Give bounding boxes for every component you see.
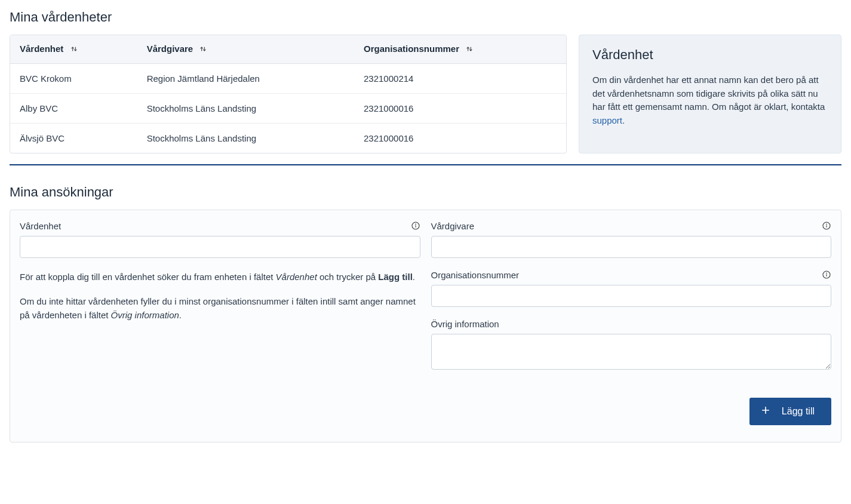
cell-orgnr: 2321000214 — [354, 63, 566, 93]
cell-provider: Stockholms Läns Landsting — [137, 93, 354, 123]
cell-unit: Älvsjö BVC — [10, 123, 137, 153]
cell-unit: BVC Krokom — [10, 63, 137, 93]
column-header-unit-label: Vårdenhet — [20, 44, 63, 54]
table-row: Älvsjö BVCStockholms Läns Landsting23210… — [10, 123, 566, 153]
column-header-orgnr[interactable]: Organisationsnummer — [354, 35, 566, 63]
info-icon[interactable] — [411, 221, 420, 231]
label-other: Övrig information — [431, 319, 499, 329]
info-icon[interactable] — [822, 221, 831, 231]
input-provider[interactable] — [431, 236, 832, 258]
cell-unit: Alby BVC — [10, 93, 137, 123]
label-unit: Vårdenhet — [20, 221, 61, 231]
svg-point-5 — [827, 224, 827, 225]
section-title-applications: Mina ansökningar — [10, 185, 841, 200]
input-other[interactable] — [431, 334, 832, 370]
column-header-orgnr-label: Organisationsnummer — [364, 44, 459, 54]
cell-provider: Region Jämtland Härjedalen — [137, 63, 354, 93]
column-header-provider-label: Vårdgivare — [147, 44, 193, 54]
section-divider — [10, 164, 841, 165]
label-orgnr: Organisationsnummer — [431, 270, 520, 280]
sort-icon — [70, 45, 78, 55]
column-header-provider[interactable]: Vårdgivare — [137, 35, 354, 63]
cell-provider: Stockholms Läns Landsting — [137, 123, 354, 153]
plus-icon — [760, 405, 771, 418]
label-provider: Vårdgivare — [431, 221, 475, 231]
info-icon[interactable] — [822, 270, 831, 279]
sort-icon — [465, 45, 474, 55]
sort-icon — [199, 45, 207, 55]
add-button-label: Lägg till — [782, 406, 815, 417]
section-title-units: Mina vårdenheter — [10, 10, 841, 25]
table-row: BVC KrokomRegion Jämtland Härjedalen2321… — [10, 63, 566, 93]
units-table: Vårdenhet Vårdgivare Organisationsnummer — [10, 35, 567, 153]
help-text-2: Om du inte hittar vårdenheten fyller du … — [20, 294, 420, 322]
help-text-1: För att koppla dig till en vårdenhet sök… — [20, 270, 420, 284]
add-button[interactable]: Lägg till — [749, 398, 831, 425]
application-form: Vårdenhet För att koppla dig till en vår… — [10, 210, 841, 442]
info-panel-text: Om din vårdenhet har ett annat namn kan … — [592, 73, 828, 127]
info-panel-title: Vårdenhet — [592, 47, 828, 63]
input-unit[interactable] — [20, 236, 420, 258]
cell-orgnr: 2321000016 — [354, 123, 566, 153]
svg-point-8 — [827, 273, 827, 273]
table-row: Alby BVCStockholms Läns Landsting2321000… — [10, 93, 566, 123]
cell-orgnr: 2321000016 — [354, 93, 566, 123]
input-orgnr[interactable] — [431, 285, 832, 307]
info-panel-unit: Vårdenhet Om din vårdenhet har ett annat… — [579, 35, 841, 153]
column-header-unit[interactable]: Vårdenhet — [10, 35, 137, 63]
svg-point-2 — [415, 224, 416, 225]
support-link[interactable]: support — [592, 115, 622, 125]
